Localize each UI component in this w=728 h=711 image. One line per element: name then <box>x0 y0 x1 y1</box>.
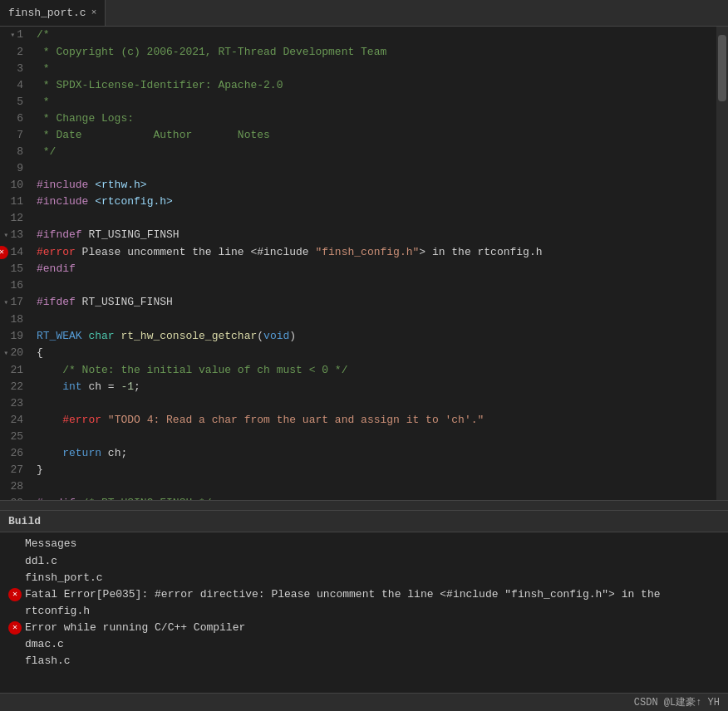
line-number: 27 <box>0 462 33 478</box>
line-number: 9 <box>0 160 33 177</box>
code-line: 27} <box>0 462 716 478</box>
build-plain-item: flash.c <box>8 653 720 669</box>
build-panel: Build Messages ddl.cfinsh_port.c✕Fatal E… <box>0 510 728 693</box>
line-content: /* <box>33 27 716 44</box>
line-number: 5 <box>0 94 33 110</box>
error-marker-icon: ✕ <box>0 246 8 259</box>
code-line: 5 * <box>0 94 716 110</box>
line-content: } <box>33 462 716 478</box>
code-line: 15#endif <box>0 261 716 277</box>
error-icon: ✕ <box>8 588 22 601</box>
horizontal-scrollbar[interactable] <box>0 500 728 510</box>
line-number: 3 <box>0 61 33 77</box>
vertical-scrollbar[interactable] <box>716 27 728 500</box>
code-line: 4 * SPDX-License-Identifier: Apache-2.0 <box>0 77 716 94</box>
line-number: 22 <box>0 379 33 395</box>
line-content <box>33 311 716 328</box>
build-content[interactable]: Messages ddl.cfinsh_port.c✕Fatal Error[P… <box>0 532 728 693</box>
line-content <box>33 277 716 294</box>
code-line: 10#include <rthw.h> <box>0 177 716 194</box>
line-content: */ <box>33 144 716 160</box>
tab-close-icon[interactable]: × <box>91 8 97 17</box>
code-line: 22 int ch = -1; <box>0 379 716 395</box>
code-line: 7 * Date Author Notes <box>0 127 716 144</box>
fold-icon[interactable]: ▾ <box>3 231 8 240</box>
line-content: #error "TODO 4: Read a char from the uar… <box>33 412 716 429</box>
build-header: Build <box>0 511 728 532</box>
build-col-header: Messages <box>8 537 720 550</box>
line-content: * Change Logs: <box>33 110 716 127</box>
tab-bar: finsh_port.c × <box>0 0 728 27</box>
fold-icon[interactable]: ▾ <box>3 298 8 307</box>
line-content: #endif <box>33 261 716 277</box>
line-number: ▾13 <box>0 227 33 244</box>
line-content: /* Note: the initial value of ch must < … <box>33 362 716 379</box>
line-content: #ifndef RT_USING_FINSH <box>33 227 716 244</box>
line-content: * Copyright (c) 2006-2021, RT-Thread Dev… <box>33 44 716 61</box>
line-number: 4 <box>0 77 33 94</box>
line-content: #include <rthw.h> <box>33 177 716 194</box>
line-content <box>33 429 716 445</box>
code-container[interactable]: ▾1/*2 * Copyright (c) 2006-2021, RT-Thre… <box>0 27 716 500</box>
line-number: ▾20 <box>0 345 33 362</box>
line-number: ▾17 <box>0 294 33 311</box>
error-icon: ✕ <box>8 621 22 635</box>
build-plain-item: ddl.c <box>8 553 720 570</box>
line-content: * <box>33 61 716 77</box>
line-number: 28 <box>0 478 33 495</box>
build-title: Build <box>8 515 41 527</box>
line-number: ✕14 <box>0 244 33 261</box>
line-content: RT_WEAK char rt_hw_console_getchar(void) <box>33 328 716 345</box>
line-number: 11 <box>0 194 33 210</box>
line-content: * SPDX-License-Identifier: Apache-2.0 <box>33 77 716 94</box>
line-number: 18 <box>0 311 33 328</box>
line-number: 21 <box>0 362 33 379</box>
line-number: 15 <box>0 261 33 277</box>
line-number: 2 <box>0 44 33 61</box>
build-plain-item: finsh_port.c <box>8 570 720 586</box>
build-error-text: Fatal Error[Pe035]: #error directive: Pl… <box>25 586 720 620</box>
line-content <box>33 160 716 177</box>
code-line: 23 <box>0 395 716 412</box>
line-content <box>33 395 716 412</box>
fold-icon[interactable]: ▾ <box>3 349 8 358</box>
code-line: 28 <box>0 478 716 495</box>
build-error-text: Error while running C/C++ Compiler <box>25 620 720 636</box>
code-line: 2 * Copyright (c) 2006-2021, RT-Thread D… <box>0 44 716 61</box>
line-number: 12 <box>0 210 33 227</box>
editor-area: ▾1/*2 * Copyright (c) 2006-2021, RT-Thre… <box>0 27 728 500</box>
code-line: ▾1/* <box>0 27 716 44</box>
build-plain-item: dmac.c <box>8 636 720 653</box>
line-number: 24 <box>0 412 33 429</box>
fold-icon[interactable]: ▾ <box>10 31 15 40</box>
code-line: 21 /* Note: the initial value of ch must… <box>0 362 716 379</box>
code-line: 6 * Change Logs: <box>0 110 716 127</box>
code-line: 19RT_WEAK char rt_hw_console_getchar(voi… <box>0 328 716 345</box>
line-number: 25 <box>0 429 33 445</box>
line-number: 23 <box>0 395 33 412</box>
code-line: 16 <box>0 277 716 294</box>
line-number: 16 <box>0 277 33 294</box>
code-line: ▾13#ifndef RT_USING_FINSH <box>0 227 716 244</box>
line-content: return ch; <box>33 445 716 462</box>
code-table: ▾1/*2 * Copyright (c) 2006-2021, RT-Thre… <box>0 27 716 500</box>
status-bar: CSDN @L建豪↑ YH <box>0 693 728 711</box>
scrollbar-thumb[interactable] <box>718 35 726 101</box>
code-line: 12 <box>0 210 716 227</box>
code-line: ✕14#error Please uncomment the line <#in… <box>0 244 716 261</box>
line-content <box>33 478 716 495</box>
line-content <box>33 210 716 227</box>
code-line: 9 <box>0 160 716 177</box>
file-tab[interactable]: finsh_port.c × <box>0 0 106 26</box>
code-line: 24 #error "TODO 4: Read a char from the … <box>0 412 716 429</box>
code-line: 8 */ <box>0 144 716 160</box>
code-line: 26 return ch; <box>0 445 716 462</box>
status-text: CSDN @L建豪↑ YH <box>634 695 720 709</box>
line-content: * <box>33 94 716 110</box>
line-number: 7 <box>0 127 33 144</box>
build-error-item: ✕Fatal Error[Pe035]: #error directive: P… <box>8 586 720 620</box>
line-content: #include <rtconfig.h> <box>33 194 716 210</box>
code-line: 11#include <rtconfig.h> <box>0 194 716 210</box>
code-line: ▾17#ifdef RT_USING_FINSH <box>0 294 716 311</box>
code-line: 3 * <box>0 61 716 77</box>
